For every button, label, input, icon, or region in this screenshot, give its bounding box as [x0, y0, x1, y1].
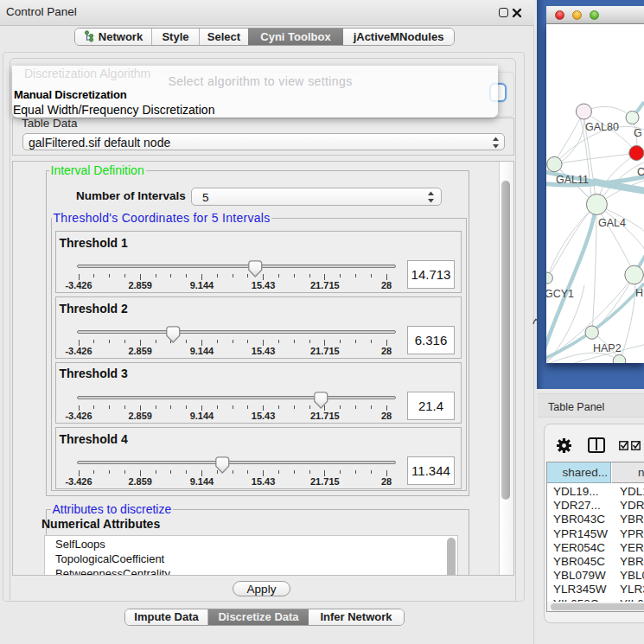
svg-text:C: C [637, 166, 644, 178]
svg-text:HAP2: HAP2 [593, 342, 622, 354]
svg-text:GAL4: GAL4 [598, 217, 626, 229]
svg-text:GAL80: GAL80 [585, 121, 619, 133]
svg-text:H: H [635, 287, 643, 299]
svg-text:G: G [634, 127, 642, 139]
svg-text:GCY1: GCY1 [546, 288, 574, 300]
svg-text:GAL11: GAL11 [556, 174, 589, 186]
